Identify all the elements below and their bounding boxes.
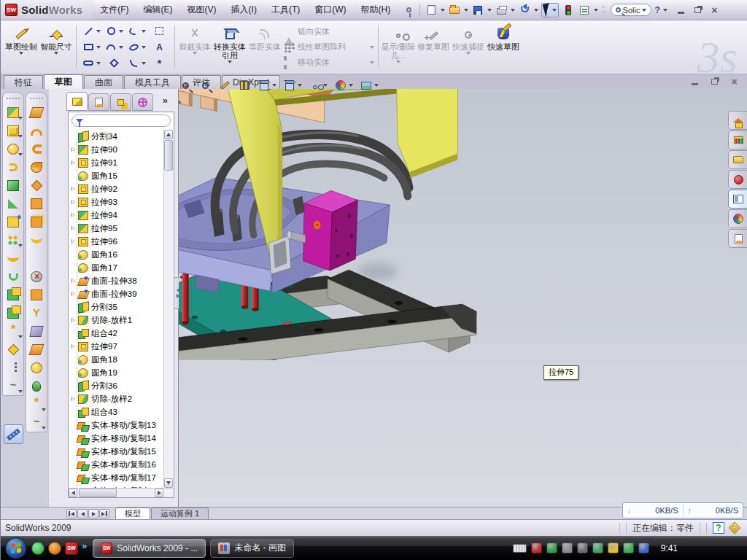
- tree-item-拉伸94[interactable]: 拉伸94: [70, 209, 162, 222]
- dropdown-arrow[interactable]: [18, 117, 23, 120]
- minimize-button[interactable]: [675, 5, 687, 15]
- tray-health-shield-icon[interactable]: [623, 542, 634, 553]
- doc-restore-button[interactable]: [708, 78, 721, 86]
- linear-sketch-pattern-button[interactable]: 线性草图阵列: [282, 40, 376, 55]
- expander-icon[interactable]: [70, 239, 77, 244]
- expander-icon[interactable]: [70, 344, 77, 349]
- dropdown-arrow[interactable]: [96, 46, 101, 49]
- polygon-tool-button[interactable]: [103, 55, 125, 71]
- untrim-surface-button[interactable]: [26, 341, 47, 359]
- quick-launch-overflow-chevron[interactable]: »: [82, 540, 87, 551]
- doc-close-button[interactable]: ×: [728, 78, 740, 86]
- ribbon-tab-特征[interactable]: 特征: [4, 75, 43, 89]
- select-tool-button[interactable]: [541, 3, 559, 18]
- undo-dropdown-arrow[interactable]: [534, 9, 538, 12]
- tree-item-拉伸97[interactable]: 拉伸97: [70, 340, 162, 353]
- planar-surface-button[interactable]: [26, 195, 47, 213]
- knit-surface-button[interactable]: Y: [26, 304, 47, 322]
- arc-tool-button[interactable]: [103, 39, 125, 55]
- dropdown-arrow[interactable]: [374, 84, 379, 87]
- tray-security-alert-icon[interactable]: [531, 542, 542, 553]
- undo-button[interactable]: [518, 4, 531, 17]
- next-tab-button[interactable]: [88, 509, 98, 518]
- spline-tool-button[interactable]: [125, 23, 148, 39]
- previous-tab-button[interactable]: [77, 509, 88, 518]
- task-pane-tab-file-explorer[interactable]: [728, 150, 747, 169]
- dropdown-arrow[interactable]: [96, 30, 101, 33]
- search-dropdown-arrow[interactable]: [642, 9, 646, 12]
- tree-item-组合43[interactable]: 组合43: [70, 405, 162, 419]
- expander-icon[interactable]: [70, 292, 77, 296]
- scroll-down-button[interactable]: [164, 478, 173, 488]
- dropdown-arrow[interactable]: [18, 390, 23, 393]
- menu-窗口[interactable]: 窗口(W): [307, 0, 353, 20]
- ribbon-tab-模具工具[interactable]: 模具工具: [124, 75, 181, 89]
- apply-scene-button[interactable]: [360, 79, 379, 92]
- edit-appearance-button[interactable]: [334, 79, 353, 92]
- task-pane-tab-3d-content-central[interactable]: [728, 170, 747, 189]
- draft-button[interactable]: [3, 195, 23, 213]
- tree-item-圆角16[interactable]: 圆角16: [70, 248, 162, 261]
- tree-item-拉伸93[interactable]: 拉伸93: [70, 195, 162, 209]
- tree-item-分割36[interactable]: 分割36: [70, 379, 162, 392]
- repair-sketch-button[interactable]: 修复草图: [416, 23, 451, 71]
- expander-icon[interactable]: [70, 226, 77, 230]
- scroll-left-button[interactable]: [69, 489, 77, 497]
- taskbar-clock[interactable]: 9:41: [661, 543, 740, 553]
- graphics-viewport[interactable]: Y Z X 拉伸75: [179, 89, 747, 507]
- tray-network-status-icon[interactable]: [592, 542, 603, 553]
- measure-tool-button-pressed[interactable]: [4, 424, 23, 444]
- expander-icon[interactable]: [70, 279, 77, 283]
- save-button[interactable]: [471, 4, 484, 17]
- ellipse-tool-button[interactable]: [125, 39, 148, 55]
- tray-antivirus-shield-icon[interactable]: [546, 542, 557, 553]
- extruded-boss-button[interactable]: [3, 104, 23, 122]
- save-dropdown-arrow[interactable]: [487, 9, 492, 12]
- quick-snaps-button[interactable]: 快速捕捉: [451, 23, 486, 71]
- expander-icon[interactable]: [70, 397, 77, 401]
- task-pane-tab-view-palette[interactable]: [728, 190, 747, 209]
- thicken-button[interactable]: [26, 322, 47, 341]
- section-view-button[interactable]: [238, 79, 251, 92]
- lofted-boss-button[interactable]: [3, 176, 23, 195]
- quick-launch-solidworks-icon[interactable]: SW: [65, 542, 78, 555]
- offset-surface-button[interactable]: [26, 213, 47, 231]
- property-manager-tab[interactable]: [88, 93, 109, 111]
- last-tab-button[interactable]: [99, 509, 109, 518]
- tree-vertical-scrollbar[interactable]: [163, 130, 173, 488]
- expander-icon[interactable]: [70, 213, 77, 217]
- dropdown-arrow[interactable]: [349, 84, 353, 87]
- menu-文件[interactable]: 文件(F): [93, 0, 136, 20]
- tree-item-分割34[interactable]: 分割34: [70, 130, 162, 143]
- extend-surface-button[interactable]: [26, 359, 47, 377]
- replace-face-button[interactable]: [26, 286, 47, 304]
- dropdown-arrow[interactable]: [18, 244, 23, 247]
- dropdown-arrow[interactable]: [18, 153, 23, 156]
- circle-tool-button[interactable]: [103, 23, 125, 39]
- dropdown-arrow[interactable]: [42, 408, 46, 411]
- taskbar-button-solidworks[interactable]: SW SolidWorks 2009 - ...: [93, 539, 206, 558]
- configuration-manager-tab[interactable]: [110, 93, 131, 111]
- sketch-pattern-tool-button[interactable]: [148, 23, 171, 39]
- hole-wizard-button[interactable]: [3, 213, 23, 231]
- options-button[interactable]: [578, 4, 591, 17]
- slot-tool-button[interactable]: [80, 55, 103, 71]
- text-tool-button[interactable]: A: [148, 39, 171, 55]
- tray-wireless-warning-icon[interactable]: [608, 542, 619, 553]
- scroll-up-button[interactable]: [164, 130, 173, 139]
- tree-item-组合42[interactable]: 组合42: [70, 327, 162, 340]
- panel-overflow-chevron[interactable]: »: [163, 95, 168, 106]
- tree-item-拉伸95[interactable]: 拉伸95: [70, 222, 162, 235]
- menu-插入[interactable]: 插入(I): [224, 0, 264, 20]
- quick-launch-media-icon[interactable]: [48, 542, 61, 555]
- task-pane-tab-design-library[interactable]: [728, 131, 747, 149]
- trim-entities-button[interactable]: 剪裁实体: [177, 23, 212, 71]
- reference-geometry-button[interactable]: *: [26, 395, 47, 413]
- close-button[interactable]: ×: [708, 5, 721, 15]
- dropdown-arrow[interactable]: [142, 30, 146, 33]
- dropdown-arrow[interactable]: [18, 335, 23, 338]
- taskbar-button-paint[interactable]: 未命名 - 画图: [210, 539, 294, 558]
- magenta-block-body-hovered[interactable]: [303, 190, 358, 271]
- rib-button[interactable]: [3, 249, 23, 268]
- menu-帮助[interactable]: 帮助(H): [354, 0, 398, 20]
